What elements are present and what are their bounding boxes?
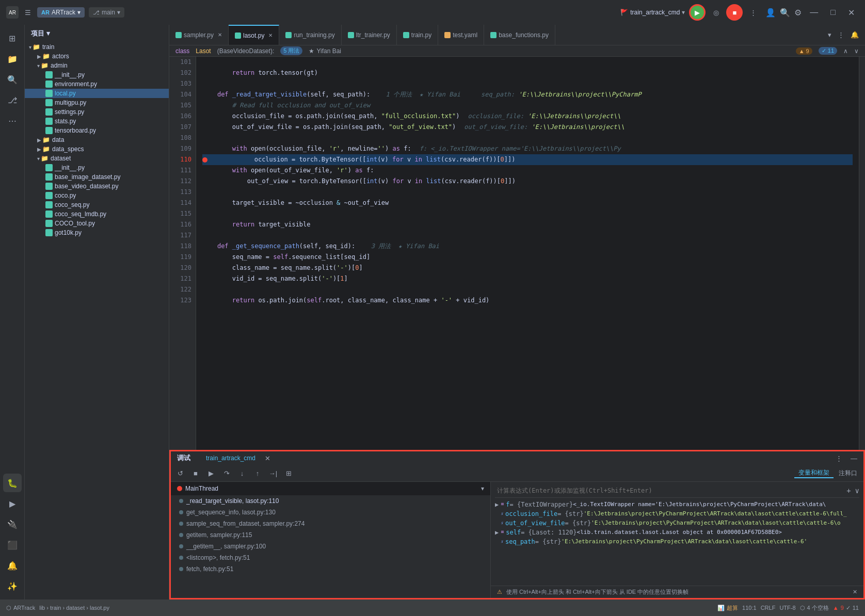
tab-vars-frames[interactable]: 变量和框架: [794, 468, 834, 478]
notification-icon[interactable]: 🔔: [848, 29, 861, 41]
sidebar-icon-notifications[interactable]: 🔔: [3, 556, 22, 575]
statusbar-position[interactable]: 110:1: [742, 605, 757, 611]
branch-dropdown-icon: ▾: [117, 9, 120, 16]
tree-item-coco-seq-lmdb[interactable]: coco_seq_lmdb.py: [25, 209, 169, 219]
info-expand-icon[interactable]: ∧: [843, 47, 848, 55]
stack-frame-5[interactable]: <listcomp>, fetch.py:51: [171, 552, 490, 563]
branch-badge[interactable]: ⎇ main ▾: [89, 7, 124, 18]
tab-lasot[interactable]: lasot.py ✕: [229, 25, 279, 45]
info-collapse-icon[interactable]: ∨: [854, 47, 859, 55]
tree-item-multigpu[interactable]: multigpu.py: [25, 98, 169, 107]
project-badge[interactable]: AR ARTrack ▾: [37, 7, 85, 18]
statusbar-errors[interactable]: ▲ 9 ✓ 11: [833, 605, 859, 611]
debug-minimize-icon[interactable]: —: [851, 455, 857, 462]
tab-test-yaml[interactable]: test.yaml: [438, 25, 484, 45]
sidebar-icon-search[interactable]: 🔍: [3, 70, 22, 89]
statusbar-git[interactable]: ⬡ ARTrack: [6, 605, 35, 611]
debug-tab-close[interactable]: ✕: [265, 455, 270, 462]
debug-run-config-tab[interactable]: train_artrack_cmd: [203, 453, 259, 463]
vars-expand-icon[interactable]: ∨: [855, 487, 859, 495]
tab-comments[interactable]: 注释口: [835, 469, 861, 478]
debug-stop-btn[interactable]: ■: [188, 466, 203, 480]
more-button[interactable]: ⋮: [745, 4, 761, 21]
thread-expand-icon[interactable]: ▾: [481, 485, 484, 492]
scrollbar[interactable]: [859, 57, 865, 450]
menu-button[interactable]: ☰: [23, 7, 33, 19]
stack-frame-2[interactable]: sample_seq_from_dataset, sampler.py:274: [171, 518, 490, 529]
tree-item-actors[interactable]: ▶ 📁 actors: [25, 52, 169, 61]
debug-restart-btn[interactable]: ↺: [173, 466, 187, 480]
tab-close-icon[interactable]: ✕: [218, 32, 222, 38]
sidebar-icon-files[interactable]: 📁: [3, 50, 22, 68]
tab-close-icon[interactable]: ✕: [268, 33, 273, 38]
stack-frame-4[interactable]: __getitem__, sampler.py:100: [171, 541, 490, 552]
tree-item-coco[interactable]: coco.py: [25, 191, 169, 200]
debug-more-icon[interactable]: ⋮: [836, 455, 842, 462]
stop-button[interactable]: ■: [726, 4, 743, 21]
account-icon[interactable]: 👤: [765, 8, 776, 18]
tree-item-init[interactable]: __init__.py: [25, 70, 169, 79]
tree-item-data[interactable]: ▶ 📁 data: [25, 135, 169, 144]
debug-resume-btn[interactable]: ▶: [204, 466, 218, 480]
maximize-button[interactable]: □: [826, 6, 840, 19]
statusbar-charset[interactable]: UTF-8: [779, 605, 795, 611]
coverage-button[interactable]: ◎: [708, 4, 724, 21]
sidebar-icon-more[interactable]: ⋯: [3, 111, 22, 130]
tab-run-training[interactable]: run_training.py: [279, 25, 341, 45]
stack-frame-6[interactable]: fetch, fetch.py:51: [171, 563, 490, 575]
tree-item-tensorboard[interactable]: tensorboard.py: [25, 126, 169, 135]
sidebar-icon-run[interactable]: ▶: [3, 494, 22, 513]
stack-frame-0[interactable]: _read_target_visible, lasot.py:110: [171, 495, 490, 507]
expression-input[interactable]: [495, 486, 842, 495]
tree-item-base-image-dataset[interactable]: base_image_dataset.py: [25, 172, 169, 182]
tree-item-base-video-dataset[interactable]: base_video_dataset.py: [25, 182, 169, 191]
tab-sampler[interactable]: sampler.py ✕: [169, 25, 229, 45]
tree-item-data-specs[interactable]: ▶ 📁 data_specs: [25, 144, 169, 154]
run-button[interactable]: ▶: [689, 4, 706, 21]
warning-close-btn[interactable]: ✕: [853, 589, 857, 595]
var-expand-btn[interactable]: ▶: [495, 529, 499, 536]
stack-frame-1[interactable]: get_sequence_info, lasot.py:130: [171, 507, 490, 518]
statusbar-breadcrumb[interactable]: lib › train › dataset › lasot.py: [39, 605, 109, 611]
tree-item-coco-seq[interactable]: coco_seq.py: [25, 200, 169, 209]
run-config-dropdown[interactable]: ▾: [682, 9, 685, 16]
tree-item-coco-tool[interactable]: COCO_tool.py: [25, 219, 169, 228]
close-button[interactable]: ✕: [844, 6, 859, 20]
tab-ltr-trainer[interactable]: ltr_trainer.py: [342, 25, 397, 45]
debug-step-into-btn[interactable]: ↓: [235, 466, 249, 480]
statusbar-indent[interactable]: ⬡ 4 个空格: [800, 604, 829, 612]
statusbar-crlf[interactable]: CRLF: [761, 605, 776, 611]
debug-evaluate-btn[interactable]: ⊞: [281, 466, 296, 480]
tree-item-got10k[interactable]: got10k.py: [25, 228, 169, 237]
stack-frame-3[interactable]: getitem, sampler.py:115: [171, 529, 490, 541]
tree-item-ds-init[interactable]: __init__.py: [25, 163, 169, 172]
tree-item-stats[interactable]: stats.py: [25, 117, 169, 126]
filetree-header[interactable]: 项目 ▾: [25, 25, 169, 42]
tree-item-local[interactable]: local.py: [25, 89, 169, 98]
statusbar-mem[interactable]: 📊 超算: [717, 604, 738, 612]
tree-item-settings[interactable]: settings.py: [25, 107, 169, 117]
settings-icon[interactable]: ⚙: [794, 8, 802, 18]
minimize-button[interactable]: —: [806, 6, 822, 19]
debug-step-out-btn[interactable]: ↑: [250, 466, 265, 480]
tree-item-admin[interactable]: ▾ 📁 admin: [25, 61, 169, 70]
tabs-more-icon[interactable]: ⋮: [836, 29, 846, 41]
tabs-dropdown-icon[interactable]: ▾: [826, 29, 834, 41]
sidebar-icon-git[interactable]: ⎇: [3, 91, 22, 109]
search-icon[interactable]: 🔍: [780, 8, 790, 18]
tree-item-dataset[interactable]: ▾ 📁 dataset: [25, 154, 169, 163]
debug-run-to-cursor-btn[interactable]: →|: [266, 466, 280, 480]
sidebar-icon-plugins[interactable]: 🔌: [3, 515, 22, 533]
sidebar-icon-home[interactable]: ⊞: [3, 29, 22, 47]
sidebar-icon-ai[interactable]: ✨: [3, 577, 22, 595]
add-watch-icon[interactable]: +: [846, 487, 851, 495]
tab-base-functions[interactable]: base_functions.py: [484, 25, 555, 45]
tree-item-train[interactable]: ▾ 📁 train: [25, 42, 169, 52]
debug-step-over-btn[interactable]: ↷: [219, 466, 234, 480]
tree-item-environment[interactable]: environment.py: [25, 79, 169, 89]
code-content[interactable]: return torch.tensor(gt) def _read_target…: [196, 57, 859, 450]
sidebar-icon-terminal[interactable]: ⬛: [3, 536, 22, 554]
sidebar-icon-debug[interactable]: 🐛: [3, 474, 22, 492]
var-expand-btn[interactable]: ▶: [495, 501, 499, 508]
tab-train[interactable]: train.py: [397, 25, 438, 45]
